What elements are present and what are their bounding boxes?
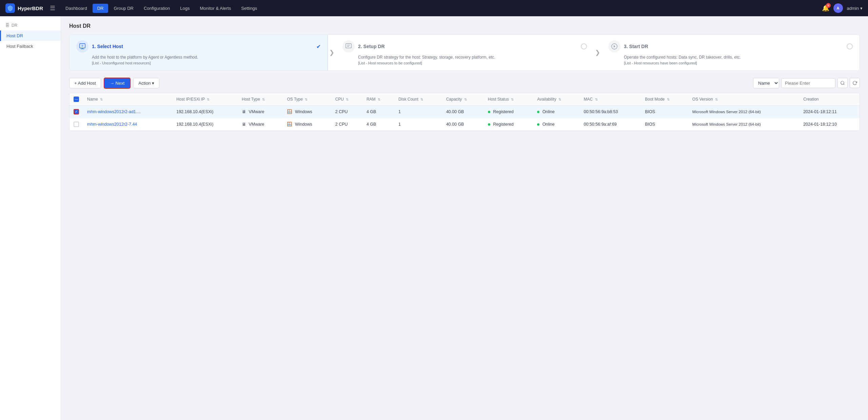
row-2-host-type: 🖥 VMware [238, 118, 283, 130]
row-1-name[interactable]: mhm-windows2012r2-ad1.... [87, 109, 141, 114]
row-2-boot-mode: BIOS [641, 118, 688, 130]
sort-os-version-icon[interactable]: ⇅ [715, 98, 718, 101]
search-button[interactable] [837, 78, 848, 88]
user-avatar[interactable]: A [833, 3, 843, 13]
next-button[interactable]: → Next [104, 78, 131, 89]
table-row: ✓ mhm-windows2012r2-ad1.... 192.168.10.4… [70, 105, 860, 118]
row-2-ram: 4 GB [362, 118, 394, 130]
sidebar-item-host-dr[interactable]: Host DR [0, 30, 61, 41]
col-creation: Creation [799, 93, 860, 106]
bell-badge: 9 [826, 3, 831, 8]
action-label: Action [138, 81, 151, 86]
server-icon: 🗄 [5, 23, 9, 28]
row-1-boot-mode: BIOS [641, 105, 688, 118]
col-os-version: OS Version ⇅ [688, 93, 799, 106]
sort-capacity-icon[interactable]: ⇅ [464, 98, 467, 101]
nav-dr[interactable]: DR [93, 4, 108, 13]
row-2-host-ip: 192.168.10.4(ESXi) [172, 118, 238, 130]
step-card-1: 1. Select Host ✔ Add the host to the pla… [70, 35, 328, 70]
nav-monitor-alerts[interactable]: Monitor & Alerts [195, 4, 236, 13]
row-1-ram: 4 GB [362, 105, 394, 118]
sort-cpu-icon[interactable]: ⇅ [346, 98, 349, 101]
nav-links: Dashboard DR Group DR Configuration Logs… [61, 4, 819, 13]
page-title: Host DR [69, 23, 860, 29]
nav-dashboard[interactable]: Dashboard [61, 4, 92, 13]
row-2-mac: 00:50:56:9a:af:69 [580, 118, 641, 130]
step-separator-2-3: ❯ [594, 49, 601, 56]
step-card-2: 2. Setup DR Configure DR strategy for th… [336, 35, 594, 70]
sort-name-icon[interactable]: ⇅ [100, 98, 103, 101]
step-3-desc: Operate the configured hosts: Data sync,… [624, 55, 853, 60]
bell-button[interactable]: 🔔 9 [822, 4, 829, 12]
row-2-os-version: Microsoft Windows Server 2012 (64-bit) [688, 118, 799, 130]
vmware-icon-2: 🖥 [242, 122, 246, 127]
step-1-icon [76, 40, 88, 52]
filter-input[interactable] [781, 78, 835, 88]
sort-os-type-icon[interactable]: ⇅ [305, 98, 308, 101]
svg-point-4 [841, 81, 844, 84]
sidebar: 🗄 DR Host DR Host Failback [0, 16, 61, 420]
refresh-button[interactable] [850, 78, 860, 88]
hamburger-icon[interactable]: ☰ [50, 4, 55, 12]
logo-area: HyperBDR [5, 3, 43, 13]
step-3-icon [608, 40, 620, 52]
sidebar-item-label: Host DR [6, 33, 23, 38]
table-body: ✓ mhm-windows2012r2-ad1.... 192.168.10.4… [70, 105, 860, 130]
sort-disk-count-icon[interactable]: ⇅ [420, 98, 423, 101]
action-chevron-icon: ▾ [152, 81, 154, 86]
col-host-status: Host Status ⇅ [484, 93, 533, 106]
row-2-disk-count: 1 [394, 118, 442, 130]
sidebar-item-label: Host Failback [6, 44, 33, 49]
chevron-down-icon: ▾ [860, 6, 863, 11]
row-2-capacity: 40.00 GB [442, 118, 484, 130]
row-1-os-type: 🪟 Windows [283, 105, 331, 118]
action-button[interactable]: Action ▾ [133, 78, 159, 88]
add-host-button[interactable]: + Add Host [69, 78, 101, 88]
nav-configuration[interactable]: Configuration [139, 4, 175, 13]
row-1-checkbox[interactable]: ✓ [74, 109, 79, 114]
sort-ram-icon[interactable]: ⇅ [378, 98, 380, 101]
svg-point-1 [81, 45, 83, 47]
nav-settings[interactable]: Settings [236, 4, 262, 13]
col-mac: MAC ⇅ [580, 93, 641, 106]
row-1-host-type: 🖥 VMware [238, 105, 283, 118]
step-1-link: [List - Unconfigured host resources] [92, 61, 321, 65]
row-1-checkbox-wrap: ✓ [74, 109, 79, 114]
sort-host-status-icon[interactable]: ⇅ [511, 98, 514, 101]
row-1-capacity: 40.00 GB [442, 105, 484, 118]
filter-name-select[interactable]: Name [753, 78, 779, 88]
sort-boot-mode-icon[interactable]: ⇅ [667, 98, 670, 101]
row-2-status-dot [488, 123, 490, 126]
select-all-checkbox[interactable]: — [74, 97, 79, 102]
sort-availability-icon[interactable]: ⇅ [558, 98, 561, 101]
col-ram: RAM ⇅ [362, 93, 394, 106]
col-boot-mode: Boot Mode ⇅ [641, 93, 688, 106]
row-2-availability: Online [533, 118, 579, 130]
row-2-checkbox[interactable] [74, 122, 79, 127]
vmware-icon: 🖥 [242, 109, 246, 114]
step-2-circle [581, 43, 587, 49]
row-2-name[interactable]: mhm-windows2012r2-7.44 [87, 122, 137, 127]
step-1-desc: Add the host to the platform by Agent or… [92, 55, 321, 60]
sort-host-ip-icon[interactable]: ⇅ [207, 98, 210, 101]
col-cpu: CPU ⇅ [331, 93, 362, 106]
toolbar: + Add Host → Next Action ▾ Name [69, 78, 860, 89]
nav-logs[interactable]: Logs [175, 4, 194, 13]
app-body: 🗄 DR Host DR Host Failback Host DR [0, 16, 868, 420]
step-2-link: [List - Host resources to be configured] [358, 61, 587, 65]
sidebar-item-host-failback[interactable]: Host Failback [0, 41, 61, 51]
col-os-type: OS Type ⇅ [283, 93, 331, 106]
user-menu[interactable]: admin ▾ [847, 6, 863, 11]
col-disk-count: Disk Count ⇅ [394, 93, 442, 106]
sort-host-type-icon[interactable]: ⇅ [262, 98, 265, 101]
row-1-status-dot [488, 111, 490, 113]
col-availability: Availability ⇅ [533, 93, 579, 106]
top-nav: HyperBDR ☰ Dashboard DR Group DR Configu… [0, 0, 868, 16]
windows-icon-2: 🪟 [287, 122, 292, 127]
svg-rect-2 [346, 44, 352, 48]
row-2-avail-dot [537, 123, 539, 126]
sort-mac-icon[interactable]: ⇅ [595, 98, 598, 101]
windows-icon: 🪟 [287, 109, 292, 114]
nav-group-dr[interactable]: Group DR [109, 4, 138, 13]
sidebar-parent-dr: 🗄 DR [0, 20, 61, 30]
